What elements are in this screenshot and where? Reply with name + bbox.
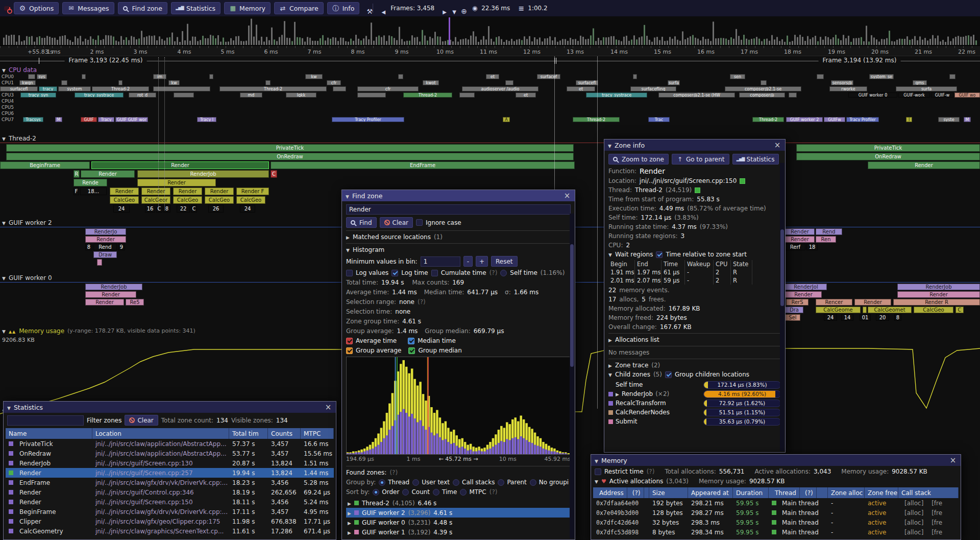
find-zone-button[interactable]: Find zone: [118, 2, 167, 14]
cpu-zone[interactable]: kw: [168, 80, 180, 85]
timeline-zone[interactable]: Rencer: [816, 299, 852, 306]
timeline-zone[interactable]: RenderJo: [85, 228, 126, 235]
timeline-zone[interactable]: Render: [137, 179, 216, 186]
cpu-zone[interactable]: [265, 80, 271, 85]
timeline-zone[interactable]: Re5: [126, 299, 144, 306]
alloc-callstack-link[interactable]: [alloc]: [901, 509, 926, 516]
cpu-zone[interactable]: cfr: [327, 80, 341, 85]
cpu-zone[interactable]: GUIFw: [824, 117, 845, 122]
cpu-zone[interactable]: [398, 74, 403, 79]
bin-minus-button[interactable]: -: [463, 256, 473, 267]
cpu-zone[interactable]: [174, 92, 194, 98]
free-callstack-link[interactable]: [fre: [928, 519, 945, 526]
cpu-zone[interactable]: composer@2.1-se: [725, 86, 801, 91]
timeline-zone[interactable]: CalcGeo: [914, 307, 953, 313]
cpu-zone[interactable]: composer@2.1-se (HW: [658, 92, 735, 98]
column-address[interactable]: Address(?): [593, 487, 649, 498]
timeline-zone[interactable]: F: [74, 187, 79, 195]
memory-window-titlebar[interactable]: Memory: [591, 455, 961, 466]
timeline-zone[interactable]: C: [955, 307, 964, 313]
timeline-zone[interactable]: PrivateTick: [6, 144, 574, 152]
timeline-zone[interactable]: Render: [91, 161, 269, 169]
column-duration[interactable]: Duration: [733, 487, 769, 498]
cpu-zone[interactable]: [505, 80, 513, 85]
cpu-zone[interactable]: gms: [913, 80, 927, 85]
frame-menu-button[interactable]: [448, 6, 454, 11]
cpu-zone[interactable]: Tracy: [98, 117, 114, 122]
timeline-zone[interactable]: [97, 259, 102, 266]
scrollbar[interactable]: [570, 214, 574, 538]
column-appeared-at[interactable]: Appeared at: [688, 487, 733, 498]
cpu-zone[interactable]: l: [906, 117, 912, 122]
timeline-zone[interactable]: RenderJol: [785, 284, 827, 290]
go-to-parent-button[interactable]: Go to parent: [672, 154, 729, 165]
cpu-zone[interactable]: Thread-2: [403, 92, 452, 98]
clear-button[interactable]: Clear: [380, 217, 413, 228]
timeline-zone[interactable]: 24: [824, 314, 837, 321]
group-median-checkbox[interactable]: [408, 347, 415, 354]
cpu-zone[interactable]: [633, 74, 637, 79]
timeline-zone[interactable]: 8: [894, 314, 901, 321]
collapse-icon[interactable]: [595, 457, 598, 464]
cpu-zone[interactable]: [817, 74, 824, 79]
cpu-data-header[interactable]: CPU data: [0, 65, 980, 74]
zone-group-row[interactable]: Thread-2 (4,105) 6.46 s: [346, 498, 571, 508]
cpu-zone[interactable]: Tracsys: [23, 117, 43, 122]
statistics-row[interactable]: PrivateTick jni/../jni/src/claw/applicat…: [6, 439, 334, 449]
timeline-zone[interactable]: 24: [240, 205, 255, 213]
close-icon[interactable]: [563, 191, 571, 200]
group-by-radio[interactable]: Parent: [498, 479, 526, 486]
timeline-zone[interactable]: Sel: [785, 314, 800, 321]
cpu-zone[interactable]: rot_d: [129, 92, 156, 98]
self-time-radio[interactable]: [500, 270, 507, 276]
column-zone-alloc[interactable]: Zone alloc: [828, 487, 865, 498]
compare-button[interactable]: Compare: [274, 2, 324, 14]
group-by-radio[interactable]: Thread: [379, 479, 409, 486]
collapse-icon[interactable]: [608, 251, 612, 258]
ignore-case-checkbox[interactable]: [416, 219, 423, 226]
alloc-callstack-link[interactable]: [alloc]: [901, 519, 926, 526]
timeline-zone[interactable]: R: [74, 170, 80, 178]
cpu-zone[interactable]: [459, 92, 475, 98]
cpu-zone[interactable]: md: [240, 92, 262, 98]
timeline-zone[interactable]: 18...: [80, 187, 107, 195]
timeline-zone[interactable]: BeginFrame: [0, 161, 90, 169]
cpu-zone[interactable]: [28, 74, 35, 79]
frame-label-left[interactable]: Frame 3,193 (22.45 ms): [65, 57, 147, 64]
timeline-zone[interactable]: Render: [205, 187, 234, 195]
cpu-zone[interactable]: M: [964, 117, 971, 122]
cpu-zone[interactable]: Trac: [648, 117, 670, 122]
cpu-zone[interactable]: surfacefl: [576, 80, 598, 85]
timeline-zone[interactable]: Rend: [816, 228, 842, 235]
info-button[interactable]: Info: [327, 2, 360, 14]
cpu-zone[interactable]: A: [503, 117, 510, 122]
median-time-checkbox[interactable]: [408, 338, 414, 344]
clear-filter-button[interactable]: Clear: [125, 415, 158, 426]
column-zone-free[interactable]: Zone free: [865, 487, 898, 498]
cpu-zone[interactable]: lgkk: [286, 92, 316, 98]
timeline-zone[interactable]: C: [156, 205, 162, 213]
cpu-zone[interactable]: [61, 80, 67, 85]
statistics-window-titlebar[interactable]: Statistics: [4, 402, 336, 413]
group-by-radio[interactable]: Call stacks: [453, 479, 495, 486]
goto-frame-button[interactable]: [457, 6, 463, 11]
statistics-row[interactable]: RenderJob jni/../jni/src/guif/Screen.cpp…: [6, 458, 334, 468]
statistics-row[interactable]: Clipper jni/../jni/src/claw/gfx/geo/Clip…: [6, 516, 334, 526]
timeline-zone[interactable]: CalcGeo: [205, 196, 234, 204]
timeline-zone[interactable]: Render: [85, 291, 136, 298]
cpu-zone[interactable]: composer@: [739, 92, 785, 98]
cpu-zone[interactable]: Tracy Profiler: [846, 117, 879, 122]
timeline-zone[interactable]: Render: [854, 299, 891, 306]
timeline-zone[interactable]: 18: [806, 244, 818, 250]
statistics-row[interactable]: CalcGeometry jni/../jni/src/claw/graphic…: [6, 526, 334, 536]
time-ruler[interactable]: +55.83 s 1 ms 2 ms 3 ms 4 ms 5 ms 6 ms 7…: [0, 46, 980, 56]
log-time-checkbox[interactable]: [391, 270, 398, 276]
find-button[interactable]: Find: [346, 217, 377, 228]
options-button[interactable]: Options: [14, 2, 59, 14]
cpu-zone[interactable]: [357, 92, 386, 98]
cpu-zone[interactable]: sen: [730, 74, 745, 79]
cpu-zone[interactable]: Thread-2: [92, 86, 149, 91]
timeline-zone[interactable]: EndFrame: [271, 161, 575, 169]
timeline-zone[interactable]: Render: [85, 236, 126, 243]
cpu-zone[interactable]: system: [58, 86, 91, 91]
